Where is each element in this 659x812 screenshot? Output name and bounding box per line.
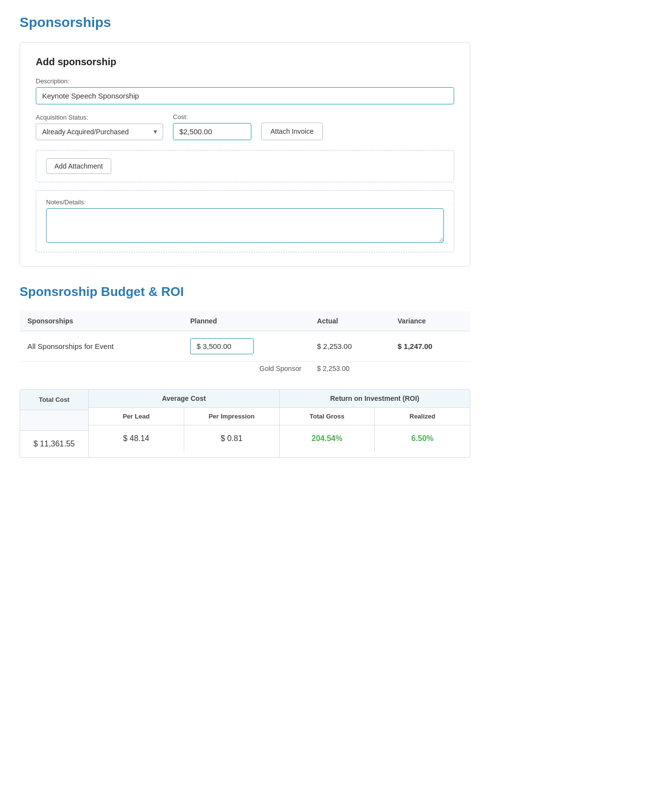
budget-roi-title: Sponsroship Budget & ROI	[20, 284, 470, 299]
acquisition-cost-row: Acquisition Status: Already Acquired/Pur…	[36, 113, 454, 140]
cost-group: Cost:	[173, 113, 251, 140]
page-title: Sponsorships	[20, 15, 470, 30]
description-label: Description:	[36, 77, 454, 85]
roi-header: Return on Investment (ROI)	[280, 390, 470, 408]
per-impression-subheader: Per Impression	[184, 408, 279, 425]
cost-input[interactable]	[173, 123, 251, 140]
per-lead-value: $ 48.14	[89, 425, 184, 452]
total-cost-filler-spacer	[20, 410, 88, 431]
form-title: Add sponsorship	[36, 56, 454, 68]
attachment-drop-area: Add Attachment	[36, 150, 454, 182]
avg-cost-subheaders: Per Lead Per Impression	[89, 408, 279, 425]
realized-subheader: Realized	[375, 408, 470, 425]
cost-label: Cost:	[173, 113, 251, 121]
row-all-variance: $ 1,247.00	[390, 331, 470, 362]
notes-label: Notes/Details:	[46, 198, 444, 206]
gold-sponsor-row: Gold Sponsor $ 2,253.00	[20, 362, 470, 376]
per-lead-subheader: Per Lead	[89, 408, 184, 425]
col-actual: Actual	[309, 311, 390, 331]
roi-values: 204.54% 6.50%	[280, 425, 470, 452]
planned-input[interactable]	[190, 338, 254, 354]
total-gross-subheader: Total Gross	[280, 408, 375, 425]
budget-table: Sponsorships Planned Actual Variance All…	[20, 311, 470, 375]
acquisition-label: Acquisition Status:	[36, 114, 163, 121]
realized-value: 6.50%	[375, 425, 470, 452]
notes-area: Notes/Details:	[36, 190, 454, 252]
total-cost-header: Total Cost	[20, 390, 88, 410]
per-impression-value: $ 0.81	[184, 425, 279, 452]
gold-sponsor-value: $ 2,253.00	[309, 362, 390, 376]
acquisition-select-wrapper: Already Acquired/Purchased Pending Negot…	[36, 123, 163, 140]
notes-textarea[interactable]	[46, 208, 444, 243]
description-input[interactable]	[36, 87, 454, 104]
roi-subheaders: Total Gross Realized	[280, 408, 470, 425]
row-all-actual: $ 2,253.00	[309, 331, 390, 362]
table-row: All Sponsorships for Event $ 2,253.00 $ …	[20, 331, 470, 362]
acquisition-group: Acquisition Status: Already Acquired/Pur…	[36, 114, 163, 140]
col-sponsorships: Sponsorships	[20, 311, 182, 331]
avg-cost-values: $ 48.14 $ 0.81	[89, 425, 279, 452]
avg-cost-section: Average Cost Per Lead Per Impression $ 4…	[89, 390, 280, 457]
row-all-planned	[182, 331, 309, 362]
add-attachment-button[interactable]: Add Attachment	[46, 158, 111, 174]
acquisition-select[interactable]: Already Acquired/Purchased Pending Negot…	[36, 123, 163, 140]
add-sponsorship-card: Add sponsorship Description: Acquisition…	[20, 42, 470, 267]
description-group: Description:	[36, 77, 454, 104]
gold-sponsor-label: Gold Sponsor	[20, 362, 309, 376]
roi-section: Return on Investment (ROI) Total Gross R…	[280, 390, 470, 457]
total-gross-value: 204.54%	[280, 425, 375, 452]
col-planned: Planned	[182, 311, 309, 331]
total-cost-value: $ 11,361.55	[20, 431, 88, 457]
total-cost-section: Total Cost $ 11,361.55	[20, 390, 89, 457]
avg-cost-header: Average Cost	[89, 390, 279, 408]
col-variance: Variance	[390, 311, 470, 331]
metrics-grid: Total Cost $ 11,361.55 Average Cost Per …	[20, 389, 470, 458]
attach-invoice-button[interactable]: Attach Invoice	[261, 123, 323, 140]
row-all-label: All Sponsorships for Event	[20, 331, 182, 362]
